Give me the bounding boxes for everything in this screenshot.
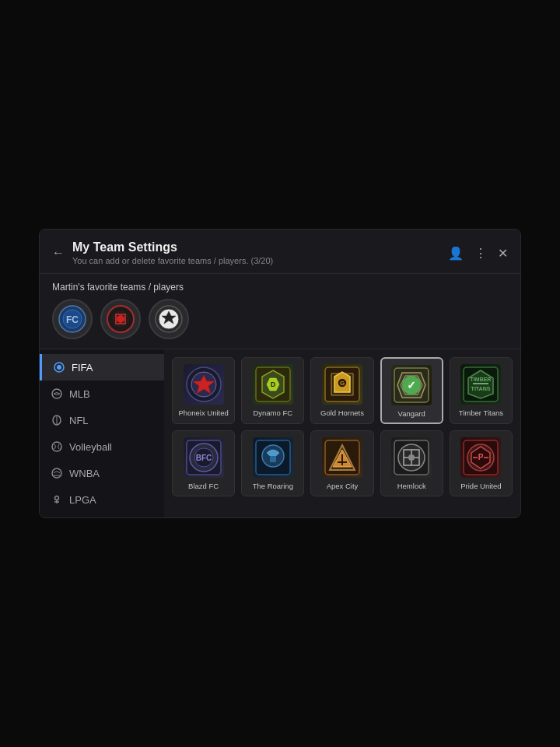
svg-text:P: P <box>478 453 484 461</box>
svg-point-5 <box>117 315 124 323</box>
main-content: FIFA MLB NFL Volleyball <box>40 349 520 517</box>
favorites-label: Martin's favorite teams / players <box>52 282 508 293</box>
team-cell-vangard[interactable]: V ✓ Vangard <box>380 357 443 424</box>
svg-text:TITANS: TITANS <box>471 386 491 391</box>
sidebar-label-wnba: WNBA <box>69 468 100 479</box>
more-icon[interactable]: ⋮ <box>474 246 487 261</box>
team-name-pride: Pride United <box>460 482 501 490</box>
sidebar-item-mlb[interactable]: MLB <box>40 381 164 407</box>
team-logo-blazd: BFC <box>184 437 224 478</box>
team-logo-roaring <box>253 437 293 478</box>
sidebar-label-fifa: FIFA <box>72 362 93 374</box>
modal-title: My Team Settings <box>72 240 273 254</box>
modal-subtitle: You can add or delete favorite teams / p… <box>72 256 273 265</box>
back-button[interactable]: ← <box>52 246 65 260</box>
mlb-icon <box>51 388 63 400</box>
svg-text:BFC: BFC <box>195 454 212 462</box>
sidebar-item-fifa[interactable]: FIFA <box>40 354 164 381</box>
team-logo-pride: P <box>460 437 501 478</box>
svg-text:TIMBER: TIMBER <box>471 377 492 382</box>
team-cell-hemlock[interactable]: Hemlock <box>380 430 443 496</box>
svg-text:D: D <box>271 381 276 388</box>
sidebar-item-wnba[interactable]: WNBA <box>40 460 164 486</box>
team-cell-apex[interactable]: Apex City <box>310 430 373 496</box>
team-logo-phoneix <box>184 364 224 405</box>
team-logo-dynamo: D <box>253 364 293 405</box>
team-name-blazd: Blazd FC <box>188 482 219 490</box>
svg-point-15 <box>52 468 61 478</box>
team-name-hemlock: Hemlock <box>397 482 426 490</box>
sidebar-label-nfl: NFL <box>69 415 89 426</box>
team-logo-apex <box>322 437 362 478</box>
lpga-icon <box>51 493 63 506</box>
header-left: ← My Team Settings You can add or delete… <box>52 240 273 265</box>
svg-text:FC: FC <box>66 314 79 325</box>
team-cell-dynamo[interactable]: D Dynamo FC <box>241 357 304 424</box>
volleyball-icon <box>51 440 63 453</box>
user-icon[interactable]: 👤 <box>448 246 464 261</box>
sidebar-item-nfl[interactable]: NFL <box>40 407 164 433</box>
svg-point-17 <box>55 496 59 500</box>
team-name-vangard: Vangard <box>398 409 425 418</box>
favorite-avatar-3[interactable] <box>149 299 189 339</box>
modal-header: ← My Team Settings You can add or delete… <box>40 230 520 273</box>
sidebar-item-lpga[interactable]: LPGA <box>40 486 164 513</box>
team-logo-hemlock <box>391 437 432 478</box>
svg-point-14 <box>52 442 61 451</box>
header-right: 👤 ⋮ ✕ <box>448 246 508 261</box>
sidebar-label-mlb: MLB <box>69 388 90 400</box>
header-title-block: My Team Settings You can add or delete f… <box>72 240 273 265</box>
team-name-roaring: The Roaring <box>253 482 293 490</box>
team-name-dynamo: Dynamo FC <box>253 409 292 417</box>
team-cell-phoneix[interactable]: Phoneix United <box>172 357 235 424</box>
favorite-avatar-1[interactable]: FC <box>52 299 93 339</box>
team-cell-blazd[interactable]: BFC Blazd FC <box>172 430 235 496</box>
sidebar-item-volleyball[interactable]: Volleyball <box>40 433 164 460</box>
team-cell-gold[interactable]: G Gold Hornets <box>310 357 373 424</box>
nfl-icon <box>51 414 63 426</box>
team-cell-roaring[interactable]: The Roaring <box>241 430 304 496</box>
svg-rect-33 <box>473 383 488 384</box>
wnba-icon <box>51 467 63 479</box>
sidebar-label-volleyball: Volleyball <box>69 441 112 453</box>
fifa-icon <box>53 361 65 374</box>
favorite-avatar-2[interactable] <box>100 299 141 339</box>
teams-grid-container: Phoneix United D Dynamo FC <box>164 349 520 517</box>
selected-check-vangard: ✓ <box>402 376 421 395</box>
team-name-phoneix: Phoneix United <box>178 409 228 417</box>
team-cell-timber[interactable]: TIMBER TITANS Timber Titans <box>450 357 513 424</box>
svg-text:G: G <box>340 380 345 387</box>
team-name-gold: Gold Hornets <box>320 409 364 417</box>
team-cell-pride[interactable]: P Pride United <box>450 430 513 496</box>
svg-point-47 <box>408 454 415 461</box>
sidebar: FIFA MLB NFL Volleyball <box>40 349 164 517</box>
favorites-section: Martin's favorite teams / players FC <box>40 274 520 349</box>
svg-point-10 <box>57 365 61 370</box>
favorites-avatars: FC <box>52 299 508 339</box>
team-logo-timber: TIMBER TITANS <box>460 364 501 405</box>
team-name-timber: Timber Titans <box>459 409 503 417</box>
teams-grid: Phoneix United D Dynamo FC <box>172 357 513 496</box>
close-icon[interactable]: ✕ <box>498 246 508 261</box>
modal-container: ← My Team Settings You can add or delete… <box>39 229 521 518</box>
team-logo-vangard: V ✓ <box>391 365 432 405</box>
team-logo-gold: G <box>322 364 362 405</box>
team-name-apex: Apex City <box>327 482 359 490</box>
sidebar-label-lpga: LPGA <box>69 494 96 506</box>
